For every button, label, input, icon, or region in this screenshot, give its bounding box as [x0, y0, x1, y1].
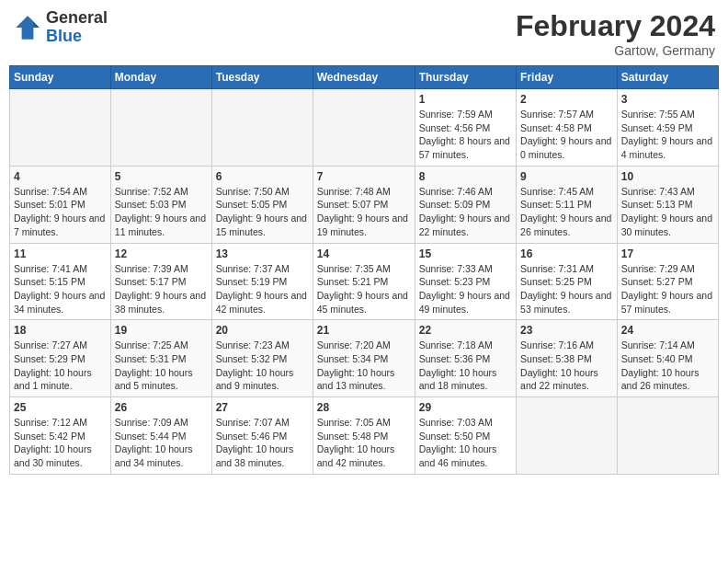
calendar-cell: 19Sunrise: 7:25 AM Sunset: 5:31 PM Dayli… [110, 320, 211, 397]
day-detail: Sunrise: 7:05 AM Sunset: 5:48 PM Dayligh… [317, 416, 411, 470]
calendar-cell: 29Sunrise: 7:03 AM Sunset: 5:50 PM Dayli… [415, 397, 516, 475]
calendar-cell [617, 397, 718, 475]
calendar-cell: 23Sunrise: 7:16 AM Sunset: 5:38 PM Dayli… [517, 320, 618, 397]
day-number: 27 [216, 401, 309, 414]
day-detail: Sunrise: 7:35 AM Sunset: 5:21 PM Dayligh… [317, 262, 411, 316]
day-number: 2 [520, 93, 613, 106]
day-number: 19 [115, 324, 208, 337]
day-number: 26 [115, 401, 208, 414]
calendar-cell [517, 397, 618, 475]
day-number: 6 [216, 170, 309, 183]
calendar-week-1: 1Sunrise: 7:59 AM Sunset: 4:56 PM Daylig… [10, 89, 719, 167]
calendar-cell: 25Sunrise: 7:12 AM Sunset: 5:42 PM Dayli… [10, 397, 111, 475]
location-subtitle: Gartow, Germany [516, 43, 715, 58]
day-detail: Sunrise: 7:55 AM Sunset: 4:59 PM Dayligh… [621, 108, 714, 162]
day-number: 28 [317, 401, 411, 414]
day-number: 8 [419, 170, 512, 183]
page-header: General Blue February 2024 Gartow, Germa… [9, 9, 719, 58]
day-number: 17 [621, 247, 714, 260]
column-header-tuesday: Tuesday [211, 66, 313, 89]
day-number: 22 [419, 324, 512, 337]
column-header-friday: Friday [517, 66, 618, 89]
day-number: 4 [14, 170, 107, 183]
calendar-cell: 13Sunrise: 7:37 AM Sunset: 5:19 PM Dayli… [211, 243, 313, 320]
day-detail: Sunrise: 7:54 AM Sunset: 5:01 PM Dayligh… [14, 185, 107, 239]
calendar-cell [211, 89, 313, 167]
day-number: 15 [419, 247, 512, 260]
day-detail: Sunrise: 7:37 AM Sunset: 5:19 PM Dayligh… [216, 262, 309, 316]
calendar-cell: 21Sunrise: 7:20 AM Sunset: 5:34 PM Dayli… [313, 320, 415, 397]
main-title: February 2024 [516, 9, 715, 43]
calendar-cell: 5Sunrise: 7:52 AM Sunset: 5:03 PM Daylig… [110, 166, 211, 243]
calendar-cell [10, 89, 111, 167]
day-detail: Sunrise: 7:59 AM Sunset: 4:56 PM Dayligh… [419, 108, 512, 162]
day-detail: Sunrise: 7:52 AM Sunset: 5:03 PM Dayligh… [115, 185, 208, 239]
day-detail: Sunrise: 7:31 AM Sunset: 5:25 PM Dayligh… [520, 262, 613, 316]
day-detail: Sunrise: 7:39 AM Sunset: 5:17 PM Dayligh… [115, 262, 208, 316]
calendar-cell: 12Sunrise: 7:39 AM Sunset: 5:17 PM Dayli… [110, 243, 211, 320]
day-detail: Sunrise: 7:43 AM Sunset: 5:13 PM Dayligh… [621, 185, 714, 239]
day-detail: Sunrise: 7:50 AM Sunset: 5:05 PM Dayligh… [216, 185, 309, 239]
calendar-cell: 17Sunrise: 7:29 AM Sunset: 5:27 PM Dayli… [617, 243, 718, 320]
calendar-cell: 26Sunrise: 7:09 AM Sunset: 5:44 PM Dayli… [110, 397, 211, 475]
calendar-cell: 9Sunrise: 7:45 AM Sunset: 5:11 PM Daylig… [517, 166, 618, 243]
logo-blue-text: Blue [46, 28, 108, 46]
day-number: 13 [216, 247, 309, 260]
title-block: February 2024 Gartow, Germany [516, 9, 715, 58]
calendar-header-row: SundayMondayTuesdayWednesdayThursdayFrid… [10, 66, 719, 89]
calendar-table: SundayMondayTuesdayWednesdayThursdayFrid… [9, 65, 719, 475]
calendar-cell: 11Sunrise: 7:41 AM Sunset: 5:15 PM Dayli… [10, 243, 111, 320]
column-header-sunday: Sunday [10, 66, 111, 89]
calendar-cell: 4Sunrise: 7:54 AM Sunset: 5:01 PM Daylig… [10, 166, 111, 243]
day-number: 10 [621, 170, 714, 183]
day-number: 18 [14, 324, 107, 337]
calendar-cell: 18Sunrise: 7:27 AM Sunset: 5:29 PM Dayli… [10, 320, 111, 397]
calendar-cell: 7Sunrise: 7:48 AM Sunset: 5:07 PM Daylig… [313, 166, 415, 243]
day-detail: Sunrise: 7:41 AM Sunset: 5:15 PM Dayligh… [14, 262, 107, 316]
day-number: 29 [419, 401, 512, 414]
day-number: 7 [317, 170, 411, 183]
calendar-cell: 20Sunrise: 7:23 AM Sunset: 5:32 PM Dayli… [211, 320, 313, 397]
calendar-cell: 6Sunrise: 7:50 AM Sunset: 5:05 PM Daylig… [211, 166, 313, 243]
day-detail: Sunrise: 7:46 AM Sunset: 5:09 PM Dayligh… [419, 185, 512, 239]
calendar-cell: 10Sunrise: 7:43 AM Sunset: 5:13 PM Dayli… [617, 166, 718, 243]
calendar-cell: 22Sunrise: 7:18 AM Sunset: 5:36 PM Dayli… [415, 320, 516, 397]
calendar-cell: 28Sunrise: 7:05 AM Sunset: 5:48 PM Dayli… [313, 397, 415, 475]
day-detail: Sunrise: 7:29 AM Sunset: 5:27 PM Dayligh… [621, 262, 714, 316]
logo-text: General Blue [46, 9, 108, 46]
logo-general-text: General [46, 9, 108, 28]
day-detail: Sunrise: 7:27 AM Sunset: 5:29 PM Dayligh… [14, 339, 107, 393]
calendar-cell: 2Sunrise: 7:57 AM Sunset: 4:58 PM Daylig… [517, 89, 618, 167]
calendar-cell: 8Sunrise: 7:46 AM Sunset: 5:09 PM Daylig… [415, 166, 516, 243]
calendar-cell: 14Sunrise: 7:35 AM Sunset: 5:21 PM Dayli… [313, 243, 415, 320]
calendar-cell: 3Sunrise: 7:55 AM Sunset: 4:59 PM Daylig… [617, 89, 718, 167]
day-number: 16 [520, 247, 613, 260]
logo-icon [13, 13, 42, 42]
day-number: 14 [317, 247, 411, 260]
day-number: 12 [115, 247, 208, 260]
day-detail: Sunrise: 7:23 AM Sunset: 5:32 PM Dayligh… [216, 339, 309, 393]
column-header-thursday: Thursday [415, 66, 516, 89]
day-detail: Sunrise: 7:33 AM Sunset: 5:23 PM Dayligh… [419, 262, 512, 316]
calendar-cell [313, 89, 415, 167]
calendar-cell: 15Sunrise: 7:33 AM Sunset: 5:23 PM Dayli… [415, 243, 516, 320]
day-detail: Sunrise: 7:07 AM Sunset: 5:46 PM Dayligh… [216, 416, 309, 470]
day-number: 5 [115, 170, 208, 183]
day-number: 24 [621, 324, 714, 337]
day-detail: Sunrise: 7:18 AM Sunset: 5:36 PM Dayligh… [419, 339, 512, 393]
calendar-week-5: 25Sunrise: 7:12 AM Sunset: 5:42 PM Dayli… [10, 397, 719, 475]
day-detail: Sunrise: 7:20 AM Sunset: 5:34 PM Dayligh… [317, 339, 411, 393]
calendar-week-4: 18Sunrise: 7:27 AM Sunset: 5:29 PM Dayli… [10, 320, 719, 397]
day-number: 25 [14, 401, 107, 414]
day-number: 3 [621, 93, 714, 106]
day-detail: Sunrise: 7:48 AM Sunset: 5:07 PM Dayligh… [317, 185, 411, 239]
day-detail: Sunrise: 7:09 AM Sunset: 5:44 PM Dayligh… [115, 416, 208, 470]
logo: General Blue [13, 9, 108, 46]
day-detail: Sunrise: 7:03 AM Sunset: 5:50 PM Dayligh… [419, 416, 512, 470]
calendar-week-2: 4Sunrise: 7:54 AM Sunset: 5:01 PM Daylig… [10, 166, 719, 243]
column-header-saturday: Saturday [617, 66, 718, 89]
day-detail: Sunrise: 7:14 AM Sunset: 5:40 PM Dayligh… [621, 339, 714, 393]
day-detail: Sunrise: 7:57 AM Sunset: 4:58 PM Dayligh… [520, 108, 613, 162]
day-detail: Sunrise: 7:16 AM Sunset: 5:38 PM Dayligh… [520, 339, 613, 393]
day-number: 23 [520, 324, 613, 337]
